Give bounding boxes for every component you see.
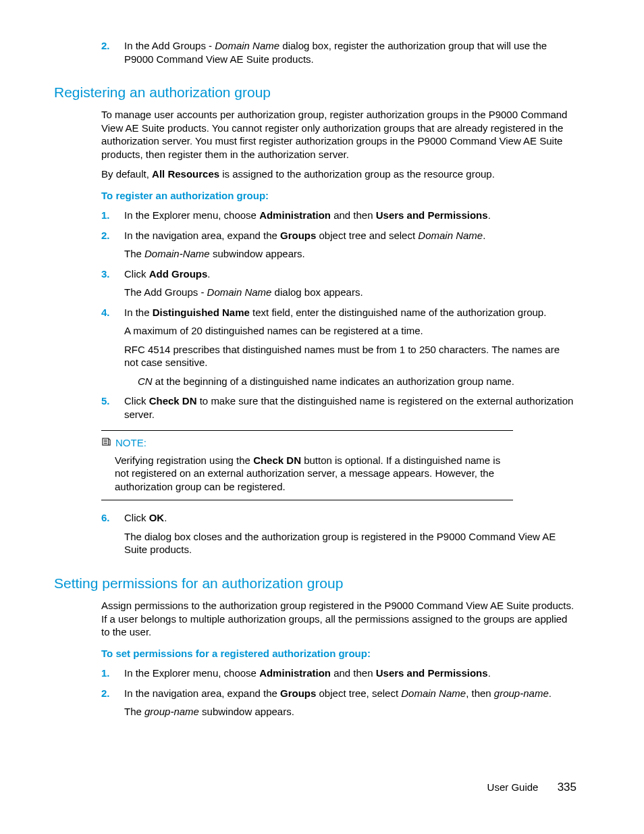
step-4-sub2: RFC 4514 prescribes that distinguished n… (124, 343, 576, 369)
section2-body: Assign permissions to the authorization … (101, 599, 576, 719)
section1-para1: To manage user accounts per authorizatio… (101, 108, 576, 161)
heading-setting-permissions: Setting permissions for an authorization… (54, 574, 576, 592)
page-footer: User Guide 335 (487, 780, 576, 795)
page-number: 335 (558, 781, 576, 793)
note-body: Verifying registration using the Check D… (101, 454, 513, 494)
step-3-sub: The Add Groups - Domain Name dialog box … (124, 286, 576, 299)
step-text: In the Add Groups - Domain Name dialog b… (124, 40, 547, 65)
step-2-intro: In the Add Groups - Domain Name dialog b… (101, 39, 576, 66)
subhead-register: To register an authorization group: (101, 189, 576, 203)
note-heading: NOTE: (101, 436, 513, 450)
s2-step-2: In the navigation area, expand the Group… (101, 687, 576, 719)
continuation-block: In the Add Groups - Domain Name dialog b… (101, 39, 576, 66)
note-block: NOTE: Verifying registration using the C… (101, 430, 513, 500)
step-1: In the Explorer menu, choose Administrat… (101, 209, 576, 222)
heading-registering: Registering an authorization group (54, 83, 576, 101)
section1-para2: By default, All Resources is assigned to… (101, 167, 576, 181)
s2-step-1: In the Explorer menu, choose Administrat… (101, 667, 576, 680)
step-5: Click Check DN to make sure that the dis… (101, 394, 576, 421)
footer-label: User Guide (487, 781, 539, 793)
step-6-sub: The dialog box closes and the authorizat… (124, 530, 576, 556)
step-2: In the navigation area, expand the Group… (101, 229, 576, 261)
step-3: Click Add Groups. The Add Groups - Domai… (101, 267, 576, 299)
step-2-sub: The Domain-Name subwindow appears. (124, 247, 576, 261)
step-4: In the Distinguished Name text field, en… (101, 306, 576, 388)
section2-para1: Assign permissions to the authorization … (101, 599, 576, 639)
subhead-set-permissions: To set permissions for a registered auth… (101, 647, 576, 660)
step-4-sub3: CN at the beginning of a distinguished n… (124, 375, 576, 388)
steps-list-2: In the Explorer menu, choose Administrat… (101, 667, 576, 719)
steps-list-1: In the Explorer menu, choose Administrat… (101, 209, 576, 421)
steps-list-1b: Click OK. The dialog box closes and the … (101, 511, 576, 556)
step-6: Click OK. The dialog box closes and the … (101, 511, 576, 556)
note-label: NOTE: (115, 436, 146, 450)
note-icon (101, 436, 111, 449)
section1-body: To manage user accounts per authorizatio… (101, 108, 576, 556)
s2-step-2-sub: The group-name subwindow appears. (124, 705, 576, 719)
step-4-sub1: A maximum of 20 distinguished names can … (124, 324, 576, 338)
